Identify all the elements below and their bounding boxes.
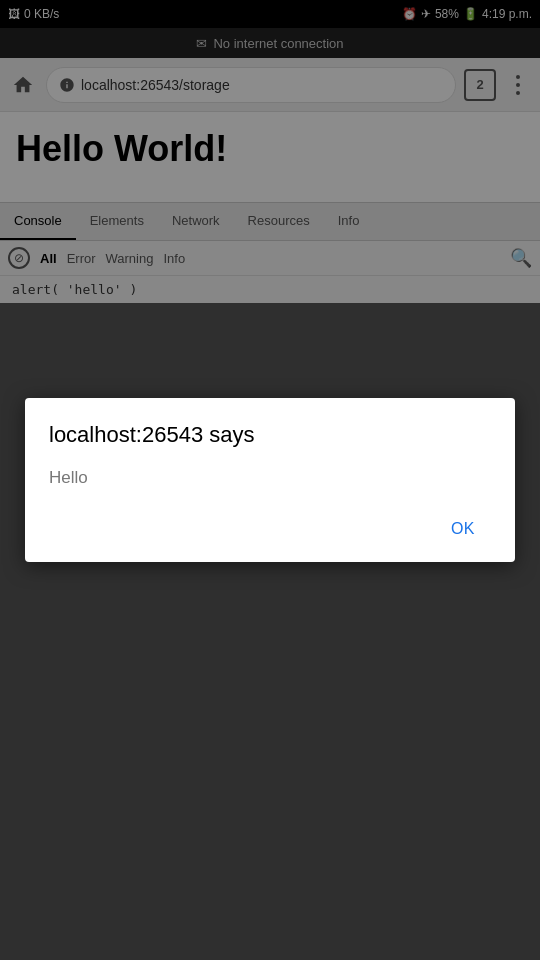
overlay: localhost:26543 says Hello OK (0, 0, 540, 960)
alert-message: Hello (49, 468, 491, 488)
alert-actions: OK (49, 512, 491, 546)
alert-title: localhost:26543 says (49, 422, 491, 448)
alert-dialog: localhost:26543 says Hello OK (25, 398, 515, 562)
alert-ok-button[interactable]: OK (435, 512, 491, 546)
